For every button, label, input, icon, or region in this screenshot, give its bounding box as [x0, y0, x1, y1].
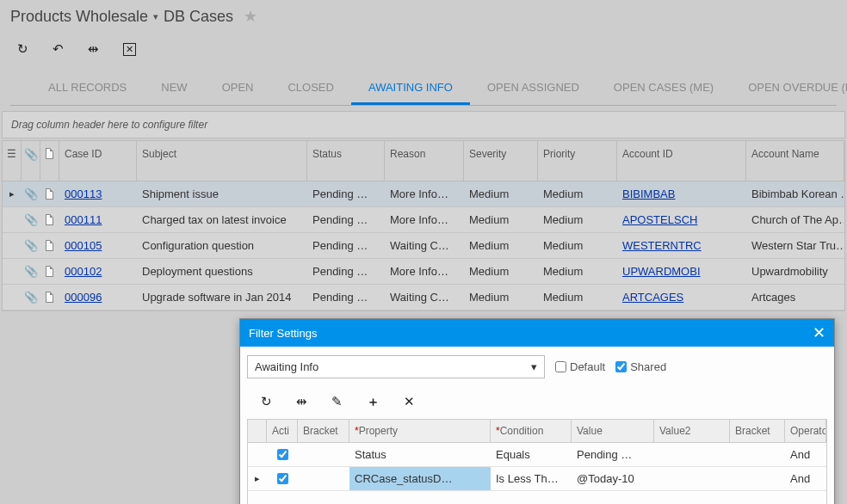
cell-account-name: Church of The Ap… — [746, 207, 844, 232]
grid-header: ☰ 📎 Case ID Subject Status Reason Severi… — [3, 141, 844, 181]
table-row[interactable]: ▸📎000113Shipment issuePending …More Info… — [3, 181, 844, 207]
cell-condition[interactable]: Equals — [491, 443, 572, 466]
column-attachment[interactable]: 📎 — [22, 141, 40, 181]
filter-row-expand-icon[interactable] — [248, 443, 267, 466]
undo-icon[interactable]: ↶ — [53, 41, 64, 57]
case-id-link[interactable]: 000105 — [65, 239, 102, 252]
row-attachment-icon[interactable]: 📎 — [22, 285, 40, 310]
case-id-link[interactable]: 000111 — [65, 213, 102, 226]
shared-checkbox-label[interactable]: Shared — [615, 360, 666, 373]
tab-open[interactable]: OPEN — [205, 72, 271, 105]
fit-columns-icon[interactable]: ⇹ — [88, 41, 99, 57]
dialog-delete-icon[interactable]: ✕ — [404, 394, 415, 410]
column-account-name[interactable]: Account Name — [746, 141, 844, 181]
tab-awaiting-info[interactable]: AWAITING INFO — [351, 72, 470, 105]
favorite-star-icon[interactable]: ★ — [244, 7, 257, 26]
cell-priority: Medium — [538, 181, 617, 206]
account-id-link[interactable]: UPWARDMOBI — [622, 265, 701, 278]
cell-value[interactable]: Pending … — [572, 443, 654, 466]
column-subject[interactable]: Subject — [137, 141, 307, 181]
row-document-icon[interactable] — [40, 207, 59, 232]
row-expand-icon[interactable]: ▸ — [3, 181, 22, 206]
row-expand-icon[interactable] — [3, 285, 22, 310]
row-attachment-icon[interactable]: 📎 — [22, 233, 40, 258]
cell-condition[interactable]: Is Less Th… — [491, 467, 572, 490]
dg-col-property[interactable]: *Property — [349, 420, 491, 442]
table-row[interactable]: 📎000102Deployment questionsPending …More… — [3, 259, 844, 285]
column-case-id[interactable]: Case ID — [59, 141, 137, 181]
case-id-link[interactable]: 000096 — [65, 291, 102, 304]
table-row[interactable]: 📎000105Configuration questionPending …Wa… — [3, 233, 844, 259]
export-excel-icon[interactable]: ✕ — [123, 43, 136, 56]
dg-col-value[interactable]: Value — [572, 420, 654, 442]
dialog-fit-columns-icon[interactable]: ⇹ — [296, 394, 307, 410]
dg-col-bracket2[interactable]: Bracket — [730, 420, 785, 442]
column-severity[interactable]: Severity — [464, 141, 538, 181]
column-reason[interactable]: Reason — [385, 141, 464, 181]
row-attachment-icon[interactable]: 📎 — [22, 207, 40, 232]
account-id-link[interactable]: ARTCAGES — [622, 291, 683, 304]
row-attachment-icon[interactable]: 📎 — [22, 181, 40, 206]
dialog-refresh-icon[interactable]: ↻ — [261, 394, 272, 410]
cell-value2[interactable] — [654, 443, 730, 466]
row-attachment-icon[interactable]: 📎 — [22, 259, 40, 284]
tab-open-overdue-me[interactable]: OPEN OVERDUE (ME) — [731, 72, 847, 105]
dg-col-value2[interactable]: Value2 — [654, 420, 730, 442]
refresh-icon[interactable]: ↻ — [17, 41, 28, 57]
dialog-titlebar[interactable]: Filter Settings ✕ — [240, 319, 834, 347]
tab-all-records[interactable]: ALL RECORDS — [31, 72, 144, 105]
column-status[interactable]: Status — [307, 141, 385, 181]
column-priority[interactable]: Priority — [538, 141, 617, 181]
row-expand-icon[interactable] — [3, 207, 22, 232]
account-id-link[interactable]: WESTERNTRC — [622, 239, 702, 252]
cell-property[interactable]: CRCase_statusD… — [349, 467, 491, 490]
dialog-close-icon[interactable]: ✕ — [813, 325, 825, 341]
column-expand[interactable]: ☰ — [3, 141, 22, 181]
row-expand-icon[interactable] — [3, 259, 22, 284]
table-row[interactable]: 📎000096Upgrade software in Jan 2014Pendi… — [3, 285, 844, 310]
tab-new[interactable]: NEW — [144, 72, 204, 105]
row-document-icon[interactable] — [40, 259, 59, 284]
cell-operator[interactable]: And — [785, 443, 826, 466]
breadcrumb-item-2[interactable]: DB Cases — [164, 8, 233, 26]
filter-row-expand-icon[interactable]: ▸ — [248, 467, 267, 490]
filter-row[interactable]: StatusEqualsPending …And — [248, 443, 826, 467]
tab-closed[interactable]: CLOSED — [270, 72, 350, 105]
row-expand-icon[interactable] — [3, 233, 22, 258]
attachment-icon: 📎 — [24, 148, 38, 161]
shared-checkbox[interactable] — [615, 361, 627, 372]
filter-active-checkbox[interactable] — [267, 467, 298, 490]
dg-col-operator[interactable]: Operato — [785, 420, 826, 442]
dg-col-bracket1[interactable]: Bracket — [298, 420, 349, 442]
default-checkbox[interactable] — [555, 361, 566, 372]
case-id-link[interactable]: 000102 — [65, 265, 102, 278]
cell-property[interactable]: Status — [349, 443, 491, 466]
column-account-id[interactable]: Account ID — [617, 141, 746, 181]
dialog-add-icon[interactable]: ＋ — [367, 394, 380, 410]
filter-row[interactable]: ▸CRCase_statusD…Is Less Th…@Today-10And — [248, 467, 826, 491]
filter-active-checkbox[interactable] — [267, 443, 298, 466]
dialog-edit-icon[interactable]: ✎ — [331, 394, 343, 410]
row-document-icon[interactable] — [40, 181, 59, 206]
filter-drop-hint[interactable]: Drag column header here to configure fil… — [2, 111, 845, 138]
dropdown-arrow-icon: ▾ — [531, 360, 537, 373]
cell-operator[interactable]: And — [785, 467, 826, 490]
cell-value2[interactable] — [654, 467, 730, 490]
cell-value[interactable]: @Today-10 — [572, 467, 654, 490]
table-row[interactable]: 📎000111Charged tax on latest invoicePend… — [3, 207, 844, 233]
cell-subject: Shipment issue — [137, 181, 307, 206]
account-id-link[interactable]: APOSTELSCH — [622, 213, 697, 226]
column-document[interactable] — [40, 141, 59, 181]
dg-col-active[interactable]: Acti — [267, 420, 298, 442]
dg-col-condition[interactable]: *Condition — [491, 420, 572, 442]
breadcrumb-item-1[interactable]: Products Wholesale — [10, 8, 148, 26]
tab-open-cases-me[interactable]: OPEN CASES (ME) — [597, 72, 731, 105]
default-checkbox-label[interactable]: Default — [555, 360, 605, 373]
tab-open-assigned[interactable]: OPEN ASSIGNED — [470, 72, 597, 105]
cell-severity: Medium — [464, 207, 538, 232]
account-id-link[interactable]: BIBIMBAB — [622, 187, 675, 200]
row-document-icon[interactable] — [40, 233, 59, 258]
case-id-link[interactable]: 000113 — [65, 187, 102, 200]
row-document-icon[interactable] — [40, 285, 59, 310]
filter-name-select[interactable]: Awaiting Info ▾ — [247, 355, 545, 378]
